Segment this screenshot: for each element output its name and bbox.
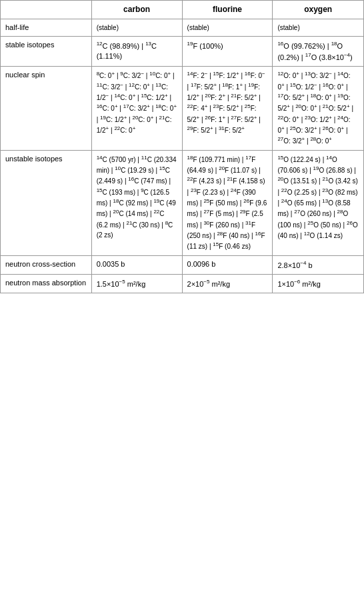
unstable-isotopes-label: unstable isotopes bbox=[1, 150, 92, 255]
corner-header bbox=[1, 1, 92, 19]
stable-isotopes-carbon: 12C (98.89%) | 13C (1.11%) bbox=[91, 37, 182, 67]
neutron-mass-absorption-oxygen: 1×10−6 m²/kg bbox=[273, 274, 364, 293]
nuclear-spin-carbon: 8C: 0+ | 9C: 3/2− | 10C: 0+ | 11C: 3/2− … bbox=[91, 67, 182, 150]
unstable-isotopes-oxygen: 15O (122.24 s) | 14O (70.606 s) | 19O (2… bbox=[273, 150, 364, 255]
neutron-cross-section-row: neutron cross-section 0.0035 b 0.0096 b … bbox=[1, 255, 364, 274]
neutron-mass-absorption-label: neutron mass absorption bbox=[1, 274, 92, 293]
neutron-cross-section-fluorine: 0.0096 b bbox=[182, 255, 273, 274]
stable-isotopes-fluorine: 19F (100%) bbox=[182, 37, 273, 67]
half-life-carbon: (stable) bbox=[91, 19, 182, 36]
stable-isotopes-oxygen: 16O (99.762%) | 18O (0.2%) | 17O (3.8×10… bbox=[273, 37, 364, 67]
neutron-mass-absorption-row: neutron mass absorption 1.5×10−5 m²/kg 2… bbox=[1, 274, 364, 293]
oxygen-header: oxygen bbox=[273, 1, 364, 19]
neutron-cross-section-label: neutron cross-section bbox=[1, 255, 92, 274]
neutron-mass-absorption-carbon: 1.5×10−5 m²/kg bbox=[91, 274, 182, 293]
unstable-isotopes-row: unstable isotopes 14C (5700 yr) | 11C (2… bbox=[1, 150, 364, 255]
stable-isotopes-label: stable isotopes bbox=[1, 37, 92, 67]
nuclear-spin-label: nuclear spin bbox=[1, 67, 92, 150]
unstable-isotopes-fluorine: 18F (109.771 min) | 17F (64.49 s) | 20F … bbox=[182, 150, 273, 255]
half-life-row: half-life (stable) (stable) (stable) bbox=[1, 19, 364, 36]
half-life-fluorine: (stable) bbox=[182, 19, 273, 36]
nuclear-spin-row: nuclear spin 8C: 0+ | 9C: 3/2− | 10C: 0+… bbox=[1, 67, 364, 150]
unstable-isotopes-carbon: 14C (5700 yr) | 11C (20.334 min) | 10C (… bbox=[91, 150, 182, 255]
neutron-cross-section-carbon: 0.0035 b bbox=[91, 255, 182, 274]
neutron-mass-absorption-fluorine: 2×10−5 m²/kg bbox=[182, 274, 273, 293]
nuclear-spin-fluorine: 14F: 2− | 15F: 1/2+ | 16F: 0− | 17F: 5/2… bbox=[182, 67, 273, 150]
stable-isotopes-row: stable isotopes 12C (98.89%) | 13C (1.11… bbox=[1, 37, 364, 67]
fluorine-header: fluorine bbox=[182, 1, 273, 19]
nuclear-spin-oxygen: 12O: 0+ | 13O: 3/2− | 14O: 0+ | 15O: 1/2… bbox=[273, 67, 364, 150]
carbon-header: carbon bbox=[91, 1, 182, 19]
half-life-oxygen: (stable) bbox=[273, 19, 364, 36]
neutron-cross-section-oxygen: 2.8×10−4 b bbox=[273, 255, 364, 274]
half-life-label: half-life bbox=[1, 19, 92, 36]
